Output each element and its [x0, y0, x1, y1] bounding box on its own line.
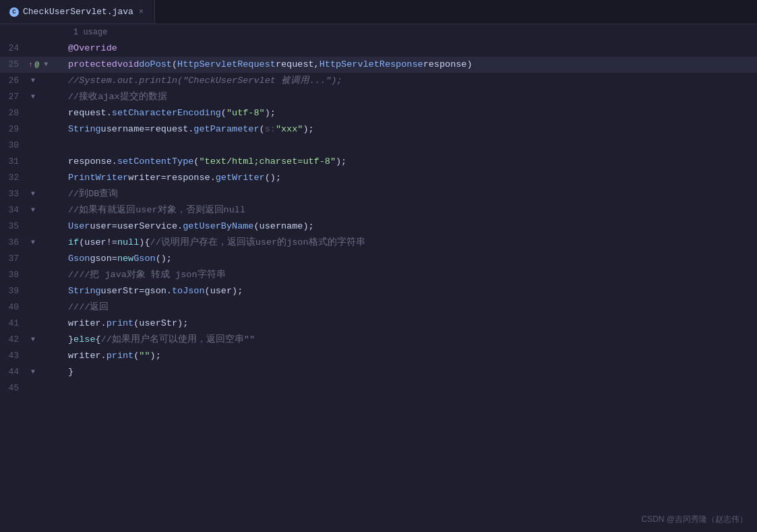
- code-line-content: Gson gson = new Gson();: [63, 251, 757, 267]
- gutter-icons: [26, 170, 63, 186]
- code-line: 42▼ } else {//如果用户名可以使用，返回空串"": [0, 332, 757, 348]
- code-line-content: //如果有就返回user对象，否则返回null: [63, 202, 757, 218]
- line-number: 29: [0, 121, 26, 138]
- line-number: 39: [0, 283, 26, 299]
- gutter-icons: [26, 138, 63, 154]
- gutter-icons: [26, 348, 63, 364]
- code-line: 41 writer.print(userStr);: [0, 316, 757, 332]
- fold-inner-icon[interactable]: ▼: [28, 76, 38, 86]
- line-number: 32: [0, 170, 26, 186]
- code-line-content: @Override: [63, 40, 757, 57]
- code-line: 45: [0, 380, 757, 396]
- code-line: 24 @Override: [0, 40, 757, 57]
- code-line: 25↑@▼ protected void doPost(HttpServletR…: [0, 57, 757, 73]
- fold-inner-icon[interactable]: ▼: [28, 92, 38, 102]
- file-type-icon: C: [9, 7, 19, 17]
- line-number: 42: [0, 332, 26, 348]
- code-line: 38 ////把 java对象 转成 json字符串: [0, 267, 757, 283]
- gutter-icons: [26, 218, 63, 235]
- code-area[interactable]: 1 usage24 @Override25↑@▼ protected void …: [0, 24, 757, 532]
- fold-icon[interactable]: ▼: [41, 60, 51, 69]
- editor: 1 usage24 @Override25↑@▼ protected void …: [0, 24, 757, 532]
- gutter-icons: [26, 40, 63, 57]
- line-number: 28: [0, 105, 26, 121]
- code-line: 1 usage: [0, 24, 757, 40]
- watermark: CSDN @吉冈秀隆（赵志伟）: [641, 514, 748, 525]
- line-number: 36: [0, 235, 26, 251]
- up-arrow-icon[interactable]: ↑: [28, 57, 33, 73]
- code-line: 35 User user = userService.getUserByName…: [0, 218, 757, 235]
- line-number: 25: [0, 57, 26, 73]
- fold-icon[interactable]: ▼: [28, 238, 38, 247]
- tab-close-button[interactable]: ×: [138, 7, 145, 17]
- gutter-icons: [26, 251, 63, 267]
- line-number: 26: [0, 73, 26, 89]
- code-line-content: ////返回: [63, 299, 757, 316]
- fold-icon[interactable]: ▼: [28, 335, 38, 345]
- code-line: 30: [0, 138, 757, 154]
- code-line: 37 Gson gson = new Gson();: [0, 251, 757, 267]
- code-line-content: }: [63, 364, 757, 380]
- line-number: 31: [0, 154, 26, 170]
- gutter-icons: ▼: [26, 364, 63, 380]
- line-number: 41: [0, 316, 26, 332]
- tab-bar: C CheckUserServlet.java ×: [0, 0, 757, 24]
- code-line: 34▼ //如果有就返回user对象，否则返回null: [0, 202, 757, 218]
- gutter-icons: ▼: [26, 202, 63, 218]
- code-line-content: if (user != null) {//说明用户存在，返回该user的json…: [63, 235, 757, 251]
- gutter-icons: [26, 105, 63, 121]
- code-line-content: writer.print("");: [63, 348, 757, 364]
- code-line: 31 response.setContentType("text/html;ch…: [0, 154, 757, 170]
- gutter-icons: [26, 267, 63, 283]
- fold-inner-icon[interactable]: ▼: [28, 367, 38, 377]
- fold-inner-icon[interactable]: ▼: [28, 189, 38, 199]
- code-line-content: response.setContentType("text/html;chars…: [63, 154, 757, 170]
- code-line-content: [63, 138, 757, 154]
- gutter-icons: ▼: [26, 332, 63, 348]
- code-line-content: [63, 380, 757, 396]
- gutter-icons: [26, 380, 63, 396]
- line-number: 30: [0, 138, 26, 154]
- code-line-content: //System.out.println("CheckUserServlet 被…: [63, 73, 757, 89]
- code-line: 29 String username = request.getParamete…: [0, 121, 757, 138]
- code-line-content: writer.print(userStr);: [63, 316, 757, 332]
- line-number: 37: [0, 251, 26, 267]
- gutter-icons: ▼: [26, 235, 63, 251]
- code-line-content: } else {//如果用户名可以使用，返回空串"": [63, 332, 757, 348]
- fold-inner-icon[interactable]: ▼: [28, 206, 38, 215]
- code-line: 26▼ //System.out.println("CheckUserServl…: [0, 73, 757, 89]
- line-number: [0, 24, 26, 40]
- code-line: 44▼ }: [0, 364, 757, 380]
- code-line: 32 PrintWriter writer = response.getWrit…: [0, 170, 757, 186]
- gutter-icons: [26, 24, 63, 40]
- line-number: 45: [0, 380, 26, 396]
- code-line: 39 String userStr = gson.toJson(user);: [0, 283, 757, 299]
- gutter-icons: [26, 283, 63, 299]
- gutter-icons: [26, 121, 63, 138]
- gutter-icons: [26, 299, 63, 316]
- code-line-content: protected void doPost(HttpServletRequest…: [63, 57, 757, 73]
- line-number: 24: [0, 40, 26, 57]
- line-number: 43: [0, 348, 26, 364]
- line-number: 35: [0, 218, 26, 235]
- gutter-icons: ▼: [26, 186, 63, 202]
- code-line-content: String userStr = gson.toJson(user);: [63, 283, 757, 299]
- code-line: 27▼ //接收ajax提交的数据: [0, 89, 757, 105]
- code-line: 40 ////返回: [0, 299, 757, 316]
- code-line: 33▼ //到DB查询: [0, 186, 757, 202]
- code-line-content: request.setCharacterEncoding("utf-8");: [63, 105, 757, 121]
- code-line-content: 1 usage: [63, 24, 757, 40]
- code-line-content: //到DB查询: [63, 186, 757, 202]
- code-line-content: PrintWriter writer = response.getWriter(…: [63, 170, 757, 186]
- at-icon[interactable]: @: [35, 57, 40, 73]
- tab-filename: CheckUserServlet.java: [23, 7, 133, 17]
- gutter-icons: ↑@▼: [26, 57, 63, 73]
- code-line-content: //接收ajax提交的数据: [63, 89, 757, 105]
- code-line-content: ////把 java对象 转成 json字符串: [63, 267, 757, 283]
- line-number: 44: [0, 364, 26, 380]
- gutter-icons: ▼: [26, 73, 63, 89]
- line-number: 34: [0, 202, 26, 218]
- file-tab[interactable]: C CheckUserServlet.java ×: [0, 0, 155, 24]
- gutter-icons: [26, 154, 63, 170]
- code-line: 28 request.setCharacterEncoding("utf-8")…: [0, 105, 757, 121]
